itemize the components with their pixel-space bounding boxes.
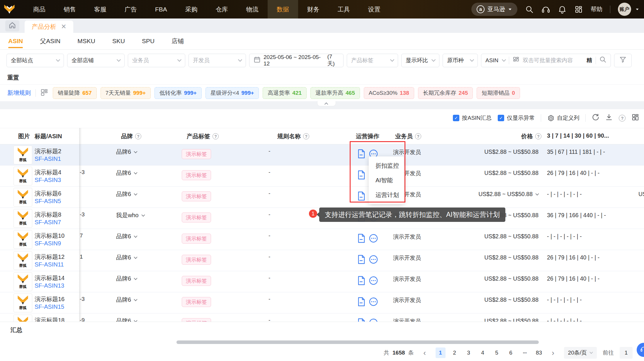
custom-columns-button[interactable]: 自定义列 bbox=[547, 114, 579, 122]
page-button-3[interactable]: 3 bbox=[464, 347, 474, 358]
layout-grid-icon[interactable] bbox=[632, 114, 639, 122]
reset-button[interactable]: 重置 bbox=[7, 74, 19, 82]
note-icon[interactable] bbox=[357, 297, 366, 306]
developer-select[interactable]: 开发员 bbox=[188, 54, 246, 67]
more-actions-icon[interactable] bbox=[369, 276, 378, 285]
exact-match-toggle[interactable]: 精 bbox=[587, 57, 592, 64]
subtab-SKU[interactable]: SKU bbox=[112, 33, 125, 50]
search-input[interactable]: 双击可批量搜索内容 bbox=[523, 57, 583, 64]
product-tag-select[interactable]: 产品标签 bbox=[347, 54, 398, 67]
salesman-select[interactable]: 业务员 bbox=[128, 54, 185, 67]
nav-item-工具[interactable]: 工具 bbox=[329, 0, 359, 18]
search-combo[interactable]: ASIN 双击可批量搜索内容 精 bbox=[481, 54, 611, 67]
rule-chip[interactable]: 短期滞销品0 bbox=[477, 87, 520, 99]
more-actions-icon[interactable] bbox=[369, 297, 378, 306]
asin-link[interactable]: SF-ASIN13 bbox=[35, 282, 64, 289]
nav-item-商品[interactable]: 商品 bbox=[24, 0, 55, 18]
chevron-down-icon[interactable] bbox=[536, 192, 539, 195]
more-actions-icon[interactable] bbox=[369, 255, 378, 264]
help-icon[interactable]: ? bbox=[415, 133, 421, 139]
asin-link[interactable]: SF-ASIN9 bbox=[35, 240, 61, 247]
subtab-MSKU[interactable]: MSKU bbox=[77, 33, 95, 50]
note-icon[interactable] bbox=[357, 255, 366, 264]
close-icon[interactable]: ✕ bbox=[61, 23, 66, 31]
asin-link[interactable]: SF-ASIN5 bbox=[35, 198, 61, 205]
subtab-SPU[interactable]: SPU bbox=[142, 33, 154, 50]
nav-item-设置[interactable]: 设置 bbox=[359, 0, 390, 18]
prev-page-button[interactable]: ‹ bbox=[420, 347, 430, 358]
add-rule-button[interactable]: 新增规则 bbox=[7, 89, 31, 97]
page-button-2[interactable]: 2 bbox=[450, 347, 460, 358]
marketplace-selector[interactable]: a 亚马逊 bbox=[471, 3, 517, 16]
brand-select[interactable]: 品牌6 bbox=[116, 232, 137, 240]
nav-item-财务[interactable]: 财务 bbox=[298, 0, 329, 18]
site-select[interactable]: 全部站点 bbox=[6, 54, 64, 67]
chevron-down-icon[interactable] bbox=[636, 9, 638, 10]
nav-item-数据[interactable]: 数据 bbox=[268, 0, 298, 18]
asin-link[interactable]: SF-ASIN11 bbox=[35, 261, 64, 268]
brand-select[interactable]: 品牌6 bbox=[116, 148, 137, 156]
nav-item-广告[interactable]: 广告 bbox=[115, 0, 146, 18]
page-button-5[interactable]: 5 bbox=[492, 347, 502, 358]
note-icon[interactable] bbox=[357, 149, 366, 158]
help-icon[interactable]: ? bbox=[213, 133, 219, 139]
brand-select[interactable]: 品牌6 bbox=[116, 169, 137, 177]
download-icon[interactable] bbox=[605, 114, 613, 122]
more-actions-icon[interactable] bbox=[369, 234, 378, 243]
rule-chip[interactable]: 销量陡降657 bbox=[53, 87, 97, 99]
rule-chip[interactable]: 高退货率421 bbox=[263, 87, 307, 99]
horizontal-scrollbar[interactable] bbox=[176, 340, 539, 344]
rule-chip[interactable]: 低转化率999+ bbox=[154, 87, 202, 99]
search-type-select[interactable]: ASIN bbox=[485, 57, 498, 64]
help-icon[interactable]: ? bbox=[535, 133, 541, 139]
dropdown-item-AI智能[interactable]: AI智能 bbox=[369, 173, 404, 188]
page-button-83[interactable]: 83 bbox=[534, 347, 544, 358]
subtab-ASIN[interactable]: ASIN bbox=[8, 33, 23, 50]
asin-link[interactable]: SF-ASIN7 bbox=[35, 219, 61, 226]
page-button-1[interactable]: 1 bbox=[436, 347, 446, 358]
asin-link[interactable]: SF-ASIN1 bbox=[35, 156, 61, 162]
bell-icon[interactable] bbox=[558, 5, 567, 14]
dropdown-item-折扣监控[interactable]: 折扣监控 bbox=[369, 158, 404, 173]
note-icon[interactable] bbox=[357, 191, 366, 201]
note-icon[interactable] bbox=[357, 234, 366, 243]
help-link[interactable]: 帮助 bbox=[591, 5, 602, 13]
next-page-button[interactable]: › bbox=[548, 347, 558, 358]
only-abnormal-checkbox[interactable]: ✓仅显示异常 bbox=[498, 114, 535, 122]
rule-chip[interactable]: 7天无销量999+ bbox=[101, 87, 151, 99]
help-icon[interactable]: ? bbox=[619, 115, 626, 122]
goto-page-input[interactable]: 1 bbox=[620, 347, 633, 359]
brand-select[interactable]: 品牌6 bbox=[116, 254, 137, 262]
compare-select[interactable]: 显示环比 bbox=[401, 54, 439, 67]
more-actions-icon[interactable] bbox=[369, 318, 378, 322]
rule-chip[interactable]: ACoS≥30%138 bbox=[364, 87, 414, 99]
nav-item-销售[interactable]: 销售 bbox=[55, 0, 85, 18]
app-logo-icon[interactable] bbox=[0, 0, 19, 18]
apps-grid-icon[interactable] bbox=[574, 5, 583, 14]
nav-item-物流[interactable]: 物流 bbox=[237, 0, 268, 18]
search-icon[interactable] bbox=[599, 56, 606, 65]
note-icon[interactable] bbox=[357, 276, 366, 285]
home-tab-button[interactable] bbox=[5, 20, 19, 31]
dropdown-item-运营计划[interactable]: 运营计划 bbox=[369, 188, 404, 202]
subtab-店铺[interactable]: 店铺 bbox=[171, 33, 184, 50]
date-range-picker[interactable]: 2025-05-06 ~ 2025-05-12(7天) bbox=[249, 54, 344, 67]
brand-select[interactable]: 品牌6 bbox=[116, 296, 137, 304]
headset-icon[interactable] bbox=[541, 5, 550, 14]
collapse-panel-handle[interactable] bbox=[317, 101, 336, 106]
nav-item-FBA[interactable]: FBA bbox=[146, 0, 176, 18]
rule-chip[interactable]: 长期冗余库存245 bbox=[418, 87, 473, 99]
asin-link[interactable]: SF-ASIN15 bbox=[35, 303, 64, 310]
page-button-4[interactable]: 4 bbox=[478, 347, 488, 358]
tab-product-analysis[interactable]: 产品分析 ✕ bbox=[25, 21, 73, 33]
brand-select[interactable]: 我是who bbox=[116, 211, 145, 219]
account-avatar[interactable]: 账户 bbox=[618, 3, 631, 16]
rule-template-icon[interactable] bbox=[40, 89, 48, 97]
store-select[interactable]: 全部店铺 bbox=[67, 54, 125, 67]
note-icon[interactable] bbox=[357, 318, 366, 322]
brand-select[interactable]: 品牌6 bbox=[116, 275, 137, 283]
page-button-6[interactable]: 6 bbox=[506, 347, 516, 358]
help-icon[interactable]: ? bbox=[135, 133, 141, 139]
note-icon[interactable] bbox=[357, 170, 366, 180]
nav-item-采购[interactable]: 采购 bbox=[176, 0, 207, 18]
